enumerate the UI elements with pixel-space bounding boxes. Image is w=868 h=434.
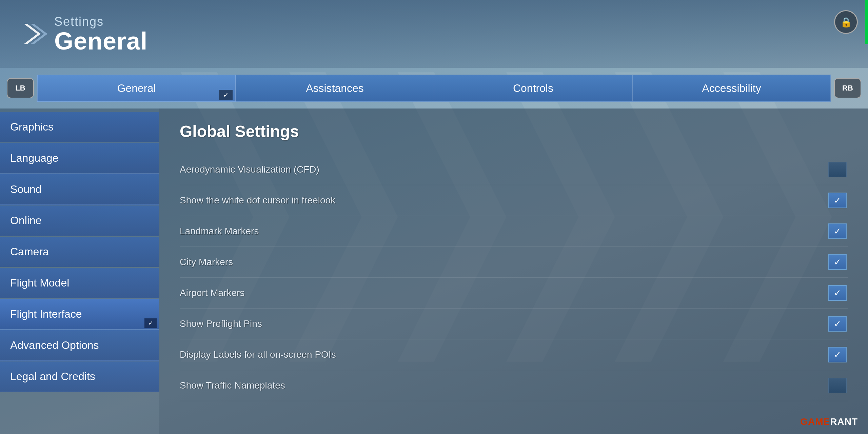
sidebar-item-advanced-options[interactable]: Advanced Options: [0, 330, 159, 361]
setting-row-traffic-nameplates: Show Traffic Nameplates: [180, 370, 848, 401]
checkbox-landmark-markers-checked: ✓: [828, 223, 847, 239]
checkbox-white-dot-checked: ✓: [828, 193, 847, 208]
setting-label-display-labels: Display Labels for all on-screen POIs: [180, 349, 336, 360]
tab-general[interactable]: General ✓: [37, 75, 236, 102]
checkbox-preflight-pins[interactable]: ✓: [827, 315, 848, 332]
tab-controls[interactable]: Controls: [434, 75, 632, 102]
tab-general-checkmark: ✓: [219, 90, 233, 100]
setting-row-display-labels: Display Labels for all on-screen POIs ✓: [180, 339, 848, 370]
setting-row-landmark-markers: Landmark Markers ✓: [180, 216, 848, 247]
settings-panel: Global Settings Aerodynamic Visualizatio…: [159, 108, 868, 434]
checkbox-traffic-nameplates-unchecked: [828, 378, 847, 393]
green-status-line: [865, 0, 868, 44]
setting-label-traffic-nameplates: Show Traffic Nameplates: [180, 380, 285, 391]
header-text: Settings General: [54, 15, 147, 53]
rb-button[interactable]: RB: [834, 78, 861, 98]
setting-label-airport-markers: Airport Markers: [180, 288, 244, 298]
checkbox-white-dot[interactable]: ✓: [827, 192, 848, 209]
checkbox-landmark-markers[interactable]: ✓: [827, 223, 848, 240]
checkbox-aero-viz-unchecked: [828, 162, 847, 177]
setting-label-landmark-markers: Landmark Markers: [180, 226, 259, 237]
checkbox-traffic-nameplates[interactable]: [827, 377, 848, 394]
lb-button[interactable]: LB: [7, 78, 34, 98]
checkbox-airport-markers-checked: ✓: [828, 285, 847, 301]
setting-row-airport-markers: Airport Markers ✓: [180, 278, 848, 309]
sidebar-item-online[interactable]: Online: [0, 205, 159, 236]
main-content: Graphics Language Sound Online Camera Fl…: [0, 108, 868, 434]
setting-label-aero-viz: Aerodynamic Visualization (CFD): [180, 164, 319, 175]
tab-assistances[interactable]: Assistances: [236, 75, 434, 102]
setting-label-preflight-pins: Show Preflight Pins: [180, 318, 262, 329]
checkbox-airport-markers[interactable]: ✓: [827, 284, 848, 301]
svg-marker-6: [24, 24, 41, 44]
header-chevron-icon: [20, 20, 47, 47]
top-right-lock-icon[interactable]: 🔒: [834, 10, 858, 34]
setting-label-city-markers: City Markers: [180, 257, 233, 268]
setting-row-city-markers: City Markers ✓: [180, 247, 848, 278]
setting-row-preflight-pins: Show Preflight Pins ✓: [180, 309, 848, 339]
sidebar: Graphics Language Sound Online Camera Fl…: [0, 108, 159, 434]
setting-row-white-dot: Show the white dot cursor in freelook ✓: [180, 185, 848, 216]
tab-bar: LB General ✓ Assistances Controls Access…: [0, 68, 868, 108]
checkbox-aero-viz[interactable]: [827, 161, 848, 178]
header: Settings General: [0, 0, 868, 68]
header-settings-label: Settings: [54, 15, 147, 29]
checkbox-city-markers-checked: ✓: [828, 254, 847, 270]
gamerant-rant: RANT: [830, 416, 858, 427]
checkbox-city-markers[interactable]: ✓: [827, 254, 848, 271]
tab-accessibility[interactable]: Accessibility: [632, 75, 831, 102]
sidebar-item-flight-interface[interactable]: Flight Interface ✓: [0, 299, 159, 330]
sidebar-item-camera[interactable]: Camera: [0, 237, 159, 267]
sidebar-item-legal-credits[interactable]: Legal and Credits: [0, 361, 159, 392]
header-title: General: [54, 29, 147, 53]
setting-label-white-dot: Show the white dot cursor in freelook: [180, 195, 335, 206]
section-title: Global Settings: [180, 122, 848, 141]
sidebar-item-flight-model[interactable]: Flight Model: [0, 268, 159, 298]
checkbox-display-labels[interactable]: ✓: [827, 346, 848, 363]
sidebar-item-graphics[interactable]: Graphics: [0, 112, 159, 142]
gamerant-game: GAME: [800, 416, 830, 427]
checkbox-preflight-pins-checked: ✓: [828, 316, 847, 332]
setting-row-aero-viz: Aerodynamic Visualization (CFD): [180, 154, 848, 185]
gamerant-logo: GAMERANT: [800, 416, 858, 427]
sidebar-item-flight-interface-checkmark: ✓: [144, 318, 157, 328]
checkbox-display-labels-checked: ✓: [828, 347, 847, 362]
sidebar-item-language[interactable]: Language: [0, 143, 159, 174]
sidebar-item-sound[interactable]: Sound: [0, 174, 159, 205]
